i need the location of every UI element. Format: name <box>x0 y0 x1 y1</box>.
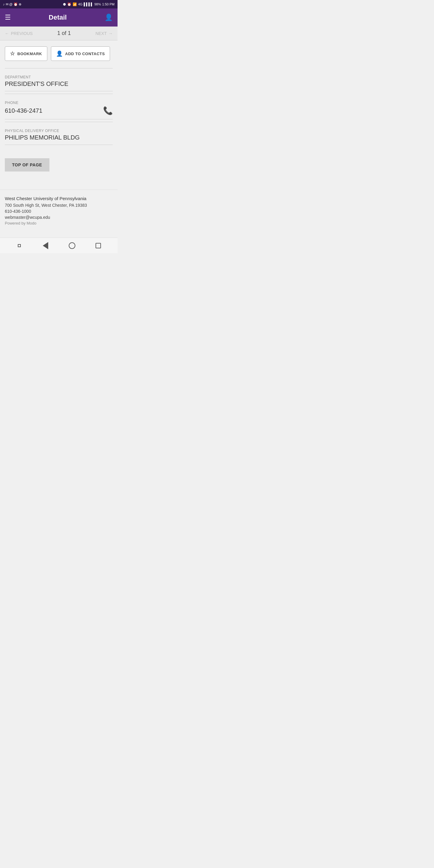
footer-powered-by: Powered by Modo <box>5 221 113 225</box>
next-arrow-icon: → <box>108 31 113 36</box>
hamburger-menu-icon[interactable]: ☰ <box>5 13 11 22</box>
at-icon: @ <box>9 2 13 6</box>
divider-5 <box>5 145 113 145</box>
back-button[interactable] <box>41 241 50 250</box>
main-content: ☆ BOOKMARK 👤 ADD TO CONTACTS DEPARTMENT … <box>0 40 118 190</box>
divider-1 <box>5 91 113 91</box>
phone-call-icon[interactable]: 📞 <box>103 106 113 116</box>
divider-3 <box>5 119 113 119</box>
footer: West Chester University of Pennsylvania … <box>0 190 118 238</box>
back-icon <box>43 242 48 249</box>
page-title: Detail <box>49 13 67 22</box>
divider-2 <box>5 94 113 94</box>
alarm-icon: ⏰ <box>67 2 71 6</box>
clock-icon: ⏰ <box>13 2 18 6</box>
add-to-contacts-button[interactable]: 👤 ADD TO CONTACTS <box>51 46 110 61</box>
battery-label: 98% <box>94 2 101 6</box>
music-icon: ♪ <box>3 2 5 6</box>
physical-office-field: PHYSICAL DELIVERY OFFICE PHILIPS MEMORIA… <box>5 123 113 144</box>
home-icon <box>69 242 75 249</box>
footer-email[interactable]: webmaster@wcupa.edu <box>5 215 113 220</box>
phone-label: PHONE <box>5 101 113 105</box>
star-icon: ☆ <box>10 50 15 57</box>
add-to-contacts-label: ADD TO CONTACTS <box>65 52 105 56</box>
pagination-count: 1 of 1 <box>57 30 71 36</box>
footer-organization: West Chester University of Pennsylvania <box>5 196 113 201</box>
next-label: NEXT <box>96 31 107 36</box>
wifi-icon: 📶 <box>73 2 77 6</box>
person-icon: 👤 <box>56 50 63 57</box>
previous-button[interactable]: ← PREVIOUS <box>5 31 33 36</box>
divider-top <box>5 68 113 68</box>
bluetooth-icon: ⬢ <box>63 2 66 6</box>
recent-apps-button[interactable] <box>15 241 24 250</box>
status-right-icons: ⬢ ⏰ 📶 4G ▌▌▌▌ 98% 1:50 PM <box>63 2 115 6</box>
footer-phone: 610-436-1000 <box>5 209 113 214</box>
status-left-icons: ♪ ✉ @ ⏰ ⊕ <box>3 2 22 6</box>
bookmark-label: BOOKMARK <box>18 52 42 56</box>
divider-4 <box>5 122 113 122</box>
network-label: 4G <box>78 2 83 6</box>
recents-button[interactable] <box>94 241 103 250</box>
pagination-bar: ← PREVIOUS 1 of 1 NEXT → <box>0 27 118 40</box>
phone-field: PHONE 610-436-2471 📞 <box>5 95 113 118</box>
status-bar: ♪ ✉ @ ⏰ ⊕ ⬢ ⏰ 📶 4G ▌▌▌▌ 98% 1:50 PM <box>0 0 118 8</box>
bookmark-button[interactable]: ☆ BOOKMARK <box>5 46 47 61</box>
top-of-page-button[interactable]: TOP OF PAGE <box>5 158 50 172</box>
department-label: DEPARTMENT <box>5 75 113 79</box>
phone-row: 610-436-2471 📞 <box>5 106 113 116</box>
action-buttons-row: ☆ BOOKMARK 👤 ADD TO CONTACTS <box>5 46 113 61</box>
app-bar: ☰ Detail 👤 <box>0 8 118 27</box>
physical-office-label: PHYSICAL DELIVERY OFFICE <box>5 129 113 133</box>
mail-icon: ✉ <box>6 2 8 6</box>
signal-icon: ▌▌▌▌ <box>84 2 93 6</box>
department-value: PRESIDENT'S OFFICE <box>5 81 113 87</box>
time-label: 1:50 PM <box>102 2 115 6</box>
home-button[interactable] <box>67 241 76 250</box>
bottom-nav-bar <box>0 238 118 253</box>
next-button[interactable]: NEXT → <box>96 31 113 36</box>
profile-button[interactable]: 👤 <box>104 13 113 22</box>
physical-office-value: PHILIPS MEMORIAL BLDG <box>5 134 113 141</box>
phone-value: 610-436-2471 <box>5 107 42 114</box>
recent-apps-icon <box>18 244 21 247</box>
plus-icon: ⊕ <box>19 2 22 6</box>
previous-label: PREVIOUS <box>11 31 33 36</box>
recents-icon <box>96 243 101 248</box>
previous-arrow-icon: ← <box>5 31 9 36</box>
footer-address: 700 South High St, West Chester, PA 1938… <box>5 203 113 208</box>
department-field: DEPARTMENT PRESIDENT'S OFFICE <box>5 70 113 90</box>
